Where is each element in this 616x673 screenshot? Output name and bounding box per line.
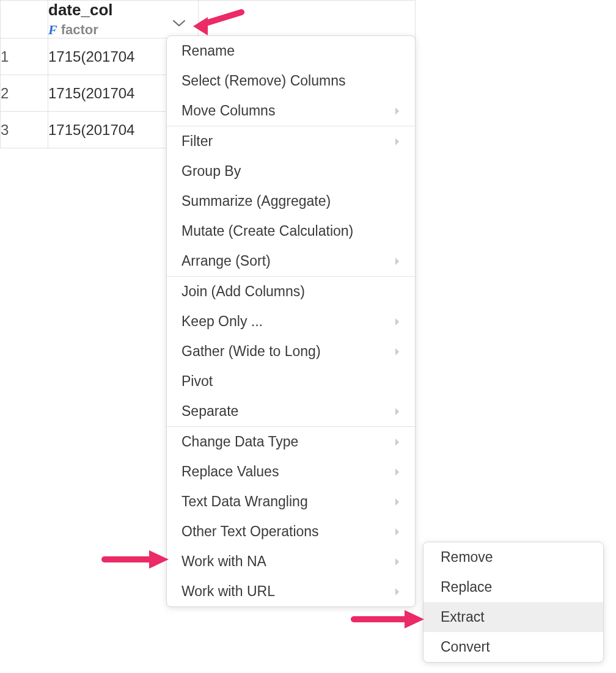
menu-item-label: Remove <box>441 549 493 566</box>
chevron-right-icon <box>394 407 400 417</box>
column-name: date_col <box>48 1 198 20</box>
chevron-right-icon <box>394 317 400 327</box>
menu-item-label: Other Text Operations <box>182 523 319 540</box>
menu-item-move-columns[interactable]: Move Columns <box>167 96 415 126</box>
chevron-right-icon <box>394 467 400 477</box>
menu-item-label: Arrange (Sort) <box>182 253 271 269</box>
chevron-right-icon <box>394 256 400 266</box>
menu-item-rename[interactable]: Rename <box>167 36 415 66</box>
chevron-right-icon <box>394 347 400 357</box>
menu-item-label: Text Data Wrangling <box>182 493 308 510</box>
submenu-item-convert[interactable]: Convert <box>424 632 603 662</box>
submenu-item-remove[interactable]: Remove <box>424 542 603 572</box>
column-header[interactable]: date_col F factor <box>48 1 199 38</box>
menu-item-label: Gather (Wide to Long) <box>182 343 321 360</box>
menu-item-other-text-operations[interactable]: Other Text Operations <box>167 517 415 547</box>
menu-item-arrange[interactable]: Arrange (Sort) <box>167 246 415 276</box>
menu-item-label: Convert <box>441 639 490 655</box>
menu-item-label: Pivot <box>182 373 213 390</box>
annotation-arrow-icon <box>101 547 172 575</box>
menu-item-join[interactable]: Join (Add Columns) <box>167 277 415 307</box>
menu-item-label: Work with URL <box>182 583 275 600</box>
menu-item-pivot[interactable]: Pivot <box>167 366 415 396</box>
menu-item-label: Move Columns <box>182 103 275 119</box>
menu-item-label: Work with NA <box>182 553 266 570</box>
submenu-item-replace[interactable]: Replace <box>424 572 603 602</box>
chevron-right-icon <box>394 497 400 507</box>
menu-item-label: Group By <box>182 163 241 180</box>
menu-item-label: Extract <box>441 609 485 625</box>
column-context-menu: Rename Select (Remove) Columns Move Colu… <box>166 35 416 607</box>
menu-item-work-with-na[interactable]: Work with NA <box>167 547 415 577</box>
chevron-down-icon[interactable] <box>172 19 186 27</box>
menu-item-label: Rename <box>182 43 235 59</box>
chevron-right-icon <box>394 137 400 147</box>
menu-item-label: Keep Only ... <box>182 313 263 330</box>
menu-item-replace-values[interactable]: Replace Values <box>167 457 415 487</box>
menu-item-label: Change Data Type <box>182 434 298 450</box>
row-number: 2 <box>1 75 48 112</box>
menu-item-summarize[interactable]: Summarize (Aggregate) <box>167 186 415 216</box>
text-wrangling-submenu: Remove Replace Extract Convert <box>423 542 604 663</box>
menu-item-change-data-type[interactable]: Change Data Type <box>167 427 415 457</box>
chevron-right-icon <box>394 527 400 537</box>
menu-item-label: Select (Remove) Columns <box>182 73 345 89</box>
chevron-right-icon <box>394 587 400 597</box>
menu-item-label: Replace <box>441 579 492 595</box>
chevron-right-icon <box>394 557 400 567</box>
submenu-item-extract[interactable]: Extract <box>424 602 603 632</box>
menu-item-label: Join (Add Columns) <box>182 283 305 300</box>
menu-item-gather[interactable]: Gather (Wide to Long) <box>167 336 415 366</box>
row-number: 3 <box>1 112 48 148</box>
menu-item-label: Replace Values <box>182 464 279 480</box>
menu-item-label: Summarize (Aggregate) <box>182 193 331 209</box>
menu-item-mutate[interactable]: Mutate (Create Calculation) <box>167 216 415 246</box>
menu-item-keep-only[interactable]: Keep Only ... <box>167 307 415 336</box>
row-number-header <box>1 1 48 38</box>
menu-item-group-by[interactable]: Group By <box>167 156 415 186</box>
remaining-header-space <box>199 1 416 38</box>
menu-item-work-with-url[interactable]: Work with URL <box>167 577 415 606</box>
row-number: 1 <box>1 38 48 75</box>
chevron-right-icon <box>394 437 400 447</box>
menu-item-filter[interactable]: Filter <box>167 126 415 156</box>
menu-item-label: Mutate (Create Calculation) <box>182 223 353 239</box>
menu-item-separate[interactable]: Separate <box>167 396 415 426</box>
annotation-arrow-icon <box>351 606 427 635</box>
chevron-right-icon <box>394 106 400 116</box>
menu-item-label: Filter <box>182 133 213 150</box>
column-type-label: factor <box>61 22 98 38</box>
menu-item-label: Separate <box>182 403 238 420</box>
menu-item-text-data-wrangling[interactable]: Text Data Wrangling <box>167 487 415 517</box>
factor-type-icon: F <box>48 23 57 37</box>
menu-item-select-columns[interactable]: Select (Remove) Columns <box>167 66 415 96</box>
